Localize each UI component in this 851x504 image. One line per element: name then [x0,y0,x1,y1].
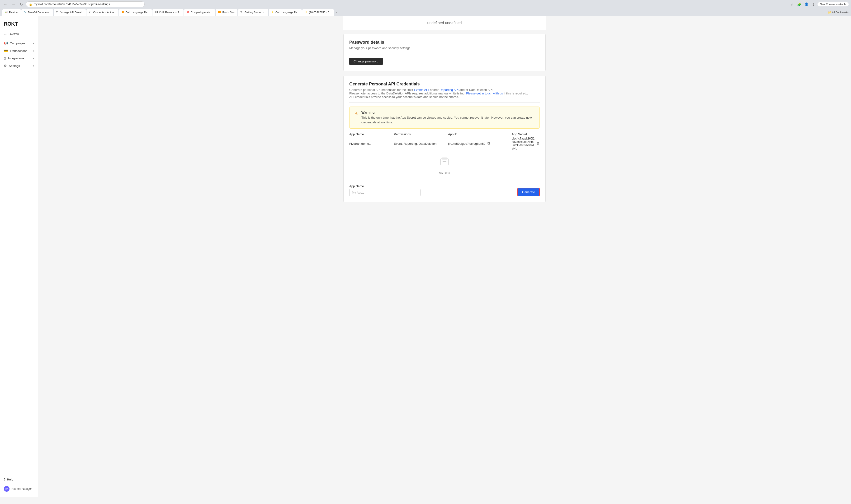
api-credentials-section: Generate Personal API Credentials Genera… [343,76,546,202]
api-note-suffix: if this is required.. [503,92,528,95]
app-name-input[interactable] [349,189,420,196]
tab-favicon: 🔶 [121,11,125,14]
sidebar-help-link[interactable]: ? Help [0,476,38,483]
tab-label: Concepts > Authe... [93,11,116,14]
sidebar-back-link[interactable]: ← Fivetran [0,31,38,37]
hero-text: undefined undefined [427,21,462,25]
address-bar[interactable]: 🔒 my.rokt.com/accounts/32764175757242361… [26,1,144,7]
chevron-down-icon: ▾ [33,50,34,52]
tab-label: CoIL Feature -- S... [159,11,181,14]
sidebar-campaigns-label: Campaigns [10,41,25,45]
password-section: Password details Manage your password an… [343,34,546,71]
tab-label: Comparing main.... [191,11,213,14]
all-bookmarks-button[interactable]: 📁 All Bookmarks [828,11,849,14]
api-desc-prefix: Generate personal API credentials for th… [349,88,414,92]
tab-vonage[interactable]: V Vonage API Devel... [54,9,86,16]
settings-icon: ⚙ [4,64,7,68]
campaigns-icon: 📢 [4,41,8,45]
tab-concepts[interactable]: V Concepts > Authe... [86,9,118,16]
reload-button[interactable]: ↻ [18,2,24,7]
app-name-form-group: App Name [349,184,515,196]
tab-base64[interactable]: 🔧 Base64 Decode a... [21,9,53,16]
sidebar-item-settings[interactable]: ⚙ Settings ▾ [0,62,38,70]
section-divider [349,54,540,54]
new-chrome-badge[interactable]: New Chrome available [817,2,849,6]
user-name: Rashmi Nadiger [12,487,32,490]
reporting-api-link[interactable]: Reporting API [439,88,458,92]
tab-label: CoIL Language Re... [275,11,299,14]
api-desc-middle: and/or [429,88,439,92]
main-content: undefined undefined Password details Man… [38,16,851,497]
sidebar-item-left: ⚙ Settings [4,64,20,68]
app-secret-value: qivc4c7aaeit866i2o878hmk3ot2ibmuntbl8d83… [512,137,535,150]
sidebar-item-left: 💳 Transactions [4,49,27,53]
tab-coil-language[interactable]: 🔶 CoIL Language Re... [119,9,152,16]
app-secret-cell: qivc4c7aaeit866i2o878hmk3ot2ibmuntbl8d83… [512,137,540,150]
app-name-form: App Name Generate [349,184,540,196]
no-data-area: No Data [349,150,540,181]
lock-icon: 🔒 [29,3,32,6]
profile-button[interactable]: 👤 [803,2,810,7]
browser-toolbar: ← → ↻ 🔒 my.rokt.com/accounts/32764175757… [0,0,851,8]
copy-app-secret-button[interactable]: ⧉ [536,141,540,146]
credentials-header-row: App Name Permissions App ID App Secret [349,132,540,136]
app-name-value: Fivetran demo1 [349,142,392,145]
help-icon: ? [4,478,5,481]
integrations-icon: ⟨⟩ [4,57,6,60]
sidebar-item-transactions[interactable]: 💳 Transactions ▾ [0,47,38,55]
tab-coil-feature[interactable]: 🔲 CoIL Feature -- S... [153,9,184,16]
sidebar-item-left: 📢 Campaigns [4,41,25,45]
sidebar-item-integrations[interactable]: ⟨⟩ Integrations ▾ [0,55,38,62]
tab-favicon: 🔲 [155,11,158,14]
content-inner: undefined undefined Password details Man… [337,16,551,202]
app-name-label: App Name [349,184,515,188]
copy-app-id-button[interactable]: ⧉ [487,141,490,146]
change-password-button[interactable]: Change password [349,58,383,65]
contact-link[interactable]: Please get in touch with us [466,92,503,95]
sidebar-integrations-label: Integrations [8,56,24,60]
tab-label: Fivetran [9,11,18,14]
tab-coil-language2[interactable]: ⚡ CoIL Language Re... [269,9,302,16]
api-desc-suffix: and/or DataDeletion API. [458,88,493,92]
no-data-text: No Data [353,171,536,175]
warning-triangle-icon: ⚠ [354,111,359,116]
tabs-bar: 📊 Fivetran 🔧 Base64 Decode a... V Vonage… [0,8,851,16]
chevron-down-icon: ▾ [33,42,34,44]
tab-favicon: V [56,11,59,14]
back-arrow-icon: ← [4,32,7,36]
sidebar-help-label: Help [7,478,13,481]
password-section-title: Password details [349,40,540,45]
back-button[interactable]: ← [2,2,8,7]
tab-fivetran[interactable]: 📊 Fivetran [2,9,21,16]
app-secret-header: App Secret [512,132,540,136]
events-api-link[interactable]: Events API [414,88,429,92]
tab-getting-started[interactable]: V Getting Started -... [238,9,268,16]
api-note-prefix: Please note: access to the DataDeletion … [349,92,466,95]
tab-favicon: ⚡ [271,11,275,14]
tab-post-slab[interactable]: 🟧 Post - Slab [215,9,238,16]
app-id-value: ijh1kd59algeu7ivcfog8dn52 [448,142,486,145]
top-hero: undefined undefined [343,16,546,30]
menu-button[interactable]: ⋮ [811,2,816,7]
tab-favicon: V [89,11,92,14]
tab-favicon: V [240,11,244,14]
browser-chrome: ← → ↻ 🔒 my.rokt.com/accounts/32764175757… [0,0,851,16]
tab-favicon: 🐙 [186,11,190,14]
sidebar-item-left: ⟨⟩ Integrations [4,56,24,60]
tab-label: Base64 Decode a... [28,11,51,14]
sidebar-footer[interactable]: RN Rashmi Nadiger [0,483,38,494]
tab-label: (10) T-267655 - B... [309,11,331,14]
tabs-more-button[interactable]: » [335,11,337,14]
tab-t267655[interactable]: ⚡ (10) T-267655 - B... [302,9,334,16]
generate-button[interactable]: Generate [517,188,540,196]
chevron-down-icon: ▾ [33,57,34,59]
sidebar-logo: ROKT [0,19,38,31]
bookmark-star-button[interactable]: ☆ [790,2,795,7]
app-id-cell: ijh1kd59algeu7ivcfog8dn52 ⧉ [448,141,510,146]
transactions-icon: 💳 [4,49,8,53]
sidebar-settings-label: Settings [9,64,20,68]
sidebar-item-campaigns[interactable]: 📢 Campaigns ▾ [0,39,38,47]
forward-button[interactable]: → [11,2,17,7]
extension-button[interactable]: 🧩 [796,2,802,7]
tab-comparing[interactable]: 🐙 Comparing main.... [184,9,215,16]
